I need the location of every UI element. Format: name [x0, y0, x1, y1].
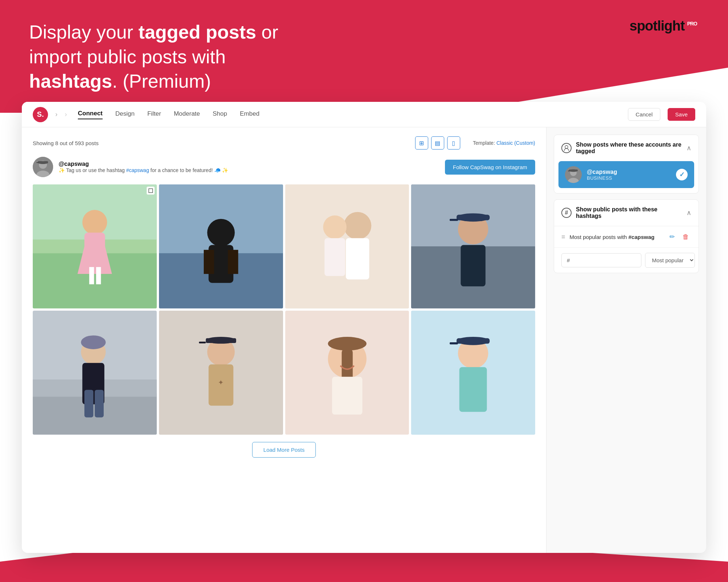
headline-area: Display your tagged posts or import publ…: [29, 20, 302, 94]
photo-1: ☐: [33, 184, 157, 308]
settings-panel: Show posts where these accounts are tagg…: [546, 127, 706, 553]
headline: Display your tagged posts or import publ…: [29, 20, 302, 94]
svg-point-17: [207, 219, 235, 247]
svg-rect-60: [457, 338, 490, 343]
svg-point-53: [328, 337, 366, 351]
hashtag-actions: ✏ 🗑: [667, 231, 691, 242]
nav-filter[interactable]: Filter: [147, 110, 161, 119]
nav-back-arrow[interactable]: ›: [55, 111, 57, 118]
logo-name: spotlight: [629, 18, 684, 33]
svg-rect-62: [460, 367, 487, 412]
delete-hashtag-button[interactable]: 🗑: [680, 231, 691, 242]
tagged-section-header[interactable]: Show posts where these accounts are tagg…: [554, 135, 699, 161]
hashtag-section-title: Show public posts with these hashtags: [576, 206, 682, 219]
hashtag-item-text: Most popular posts with #capswag: [570, 234, 662, 240]
svg-point-25: [323, 215, 346, 239]
nav-connect[interactable]: Connect: [78, 110, 103, 119]
sort-select[interactable]: Most popular Most recent: [645, 253, 695, 268]
person-icon: [561, 143, 572, 153]
load-more-button[interactable]: Load More Posts: [252, 442, 316, 458]
hash-icon: #: [561, 208, 572, 218]
app-body: Showing 8 out of 593 posts ⊞ ▤ ▯ Templat…: [22, 127, 706, 553]
nav-embed[interactable]: Embed: [240, 110, 259, 119]
selected-account-avatar: [565, 166, 582, 183]
template-label: Template: Classic (Custom): [473, 140, 535, 146]
photo-grid: ☐: [33, 184, 535, 435]
app-nav: Connect Design Filter Moderate Shop Embe…: [78, 110, 259, 119]
svg-rect-13: [96, 267, 101, 284]
mobile-view-button[interactable]: ▯: [447, 136, 460, 150]
svg-rect-19: [204, 250, 214, 274]
headline-text3: . (Premium): [112, 71, 211, 92]
feed-toolbar: Showing 8 out of 593 posts ⊞ ▤ ▯ Templat…: [33, 136, 535, 150]
logo-area: spotlightPRO: [629, 18, 699, 34]
grid-view-button[interactable]: ⊞: [415, 136, 428, 150]
breadcrumb-sep: ›: [65, 111, 67, 118]
svg-point-42: [81, 335, 106, 349]
svg-rect-41: [95, 390, 104, 417]
nav-shop[interactable]: Shop: [213, 110, 227, 119]
template-name: Classic (Custom): [496, 140, 535, 146]
selected-account-name: @capswag: [587, 169, 671, 175]
svg-rect-61: [450, 342, 458, 344]
photo-8: [411, 311, 535, 435]
view-icons: ⊞ ▤ ▯: [415, 136, 460, 150]
svg-rect-24: [346, 238, 369, 280]
photo-7: [285, 311, 409, 435]
account-handle: @capswag: [59, 161, 439, 167]
select-overlay-1[interactable]: ☐: [147, 187, 155, 195]
card-view-button[interactable]: ▤: [431, 136, 444, 150]
headline-text1: Display your: [29, 21, 139, 43]
hashtag-section-header[interactable]: # Show public posts with these hashtags …: [554, 200, 699, 226]
svg-rect-48: [199, 342, 206, 343]
svg-rect-55: [332, 376, 362, 414]
tagged-section-title: Show posts where these accounts are tagg…: [576, 141, 682, 155]
nav-moderate[interactable]: Moderate: [174, 110, 200, 119]
feed-panel: Showing 8 out of 593 posts ⊞ ▤ ▯ Templat…: [22, 127, 546, 553]
svg-rect-69: [568, 171, 570, 171]
hashtag-item: ≡ Most popular posts with #capswag ✏ 🗑: [554, 226, 699, 247]
hashtag-chevron-icon: ∧: [687, 209, 691, 217]
photo-5: [33, 311, 157, 435]
headline-bold2: hashtags: [29, 71, 112, 92]
save-button[interactable]: Save: [668, 108, 695, 121]
svg-rect-40: [84, 390, 94, 417]
photo-4: [411, 184, 535, 308]
follow-button[interactable]: Follow CapSwag on Instagram: [445, 160, 535, 175]
hashtag-input[interactable]: [561, 253, 641, 267]
account-info: @capswag ✨ Tag us or use the hashtag #ca…: [59, 161, 439, 173]
app-topbar: S. › › Connect Design Filter Moderate Sh…: [22, 102, 706, 127]
svg-rect-5: [36, 162, 39, 163]
svg-point-63: [565, 146, 568, 148]
svg-rect-26: [324, 238, 345, 276]
hashtag-section: # Show public posts with these hashtags …: [554, 199, 699, 273]
svg-rect-68: [569, 170, 578, 171]
posts-count: Showing 8 out of 593 posts: [33, 140, 410, 146]
hashtag-bold: #capswag: [628, 234, 655, 240]
headline-bold1: tagged posts: [139, 21, 256, 43]
tagged-chevron-icon: ∧: [687, 144, 691, 152]
account-tagline: ✨ Tag us or use the hashtag #capswag for…: [59, 167, 439, 173]
logo-text: spotlightPRO: [629, 18, 699, 34]
svg-rect-20: [228, 250, 238, 274]
drag-handle-icon[interactable]: ≡: [561, 233, 565, 241]
selected-account-item[interactable]: @capswag BUSINESS ✓: [558, 161, 694, 188]
selected-account-info: @capswag BUSINESS: [587, 169, 671, 181]
tagged-section: Show posts where these accounts are tagg…: [554, 135, 699, 194]
add-hashtag-button[interactable]: Add: [699, 253, 699, 267]
pro-badge: PRO: [685, 20, 699, 27]
photo-3: [285, 184, 409, 308]
photo-6: ✦: [159, 311, 283, 435]
nav-design[interactable]: Design: [115, 110, 135, 119]
add-hashtag-row: Most popular Most recent Add: [554, 247, 699, 273]
edit-hashtag-button[interactable]: ✏: [667, 231, 677, 242]
svg-rect-33: [450, 219, 458, 221]
app-window: S. › › Connect Design Filter Moderate Sh…: [22, 102, 706, 553]
svg-point-9: [82, 210, 107, 235]
svg-text:✦: ✦: [218, 379, 224, 386]
cancel-button[interactable]: Cancel: [628, 108, 660, 121]
app-logo[interactable]: S.: [33, 107, 48, 122]
photo-2: [159, 184, 283, 308]
hashtag-link[interactable]: #capswag: [126, 167, 149, 173]
selected-account-type: BUSINESS: [587, 175, 671, 181]
